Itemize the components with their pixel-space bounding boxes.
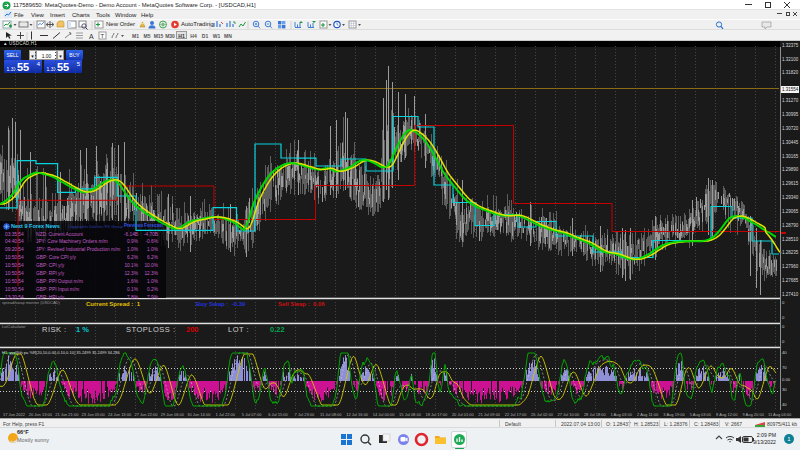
svg-text:T: T <box>101 33 105 39</box>
svg-text:A: A <box>89 33 94 40</box>
